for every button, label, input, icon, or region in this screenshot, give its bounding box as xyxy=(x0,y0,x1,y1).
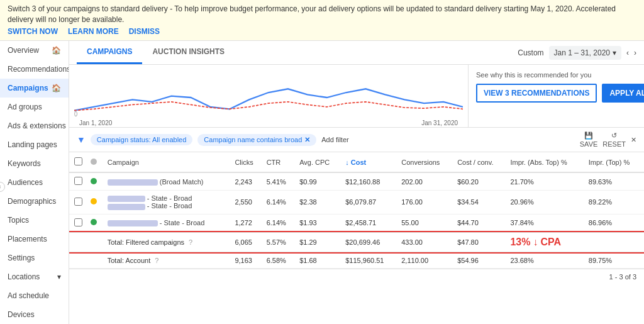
campaigns-table: Campaign Clicks CTR Avg. CPC ↓ Cost Conv… xyxy=(69,152,644,268)
cpa-badge-cell: 13% ↓ CPA xyxy=(506,232,644,252)
date-range-selector[interactable]: Jan 1 – 31, 2020 ▾ xyxy=(549,46,621,60)
dismiss-link[interactable]: DISMISS xyxy=(129,26,160,37)
sidebar-item-demographics[interactable]: Demographics xyxy=(0,192,69,211)
header-checkbox[interactable] xyxy=(69,152,87,172)
reset-label: RESET xyxy=(602,140,626,148)
sidebar: ‹ Overview 🏠 Recommendations Campaigns 🏠… xyxy=(0,41,69,324)
total-filtered-clicks: 6,065 xyxy=(231,232,262,252)
row3-conversions: 55.00 xyxy=(397,214,453,232)
row3-tag: - State - Broad xyxy=(160,219,205,226)
sidebar-item-recommendations[interactable]: Recommendations xyxy=(0,60,69,79)
sidebar-item-devices[interactable]: Devices xyxy=(0,305,69,324)
save-filter-button[interactable]: 💾 SAVE xyxy=(580,131,598,148)
sidebar-item-campaigns[interactable]: Campaigns 🏠 xyxy=(0,79,69,98)
next-date-icon[interactable]: › xyxy=(634,48,636,57)
pagination: 1 - 3 of 3 xyxy=(69,269,644,284)
campaigns-icon: 🏠 xyxy=(52,84,61,92)
header-cost[interactable]: ↓ Cost xyxy=(341,152,397,172)
header-ctr[interactable]: CTR xyxy=(263,152,296,172)
total-account-conversions: 2,110.00 xyxy=(397,252,453,269)
table-row: (Broad Match) 2,243 5.41% $0.99 $12,160.… xyxy=(69,172,644,191)
row3-clicks: 1,272 xyxy=(231,214,262,232)
total-account-cost: $115,960.51 xyxy=(341,252,397,269)
cpa-percent: 13% xyxy=(510,237,530,248)
add-filter-button[interactable]: Add filter xyxy=(321,136,348,143)
sidebar-item-ads[interactable]: Ads & extensions xyxy=(0,116,69,135)
row2-impr-top: 89.22% xyxy=(585,191,644,214)
sidebar-item-adschedule[interactable]: Ad schedule xyxy=(0,286,69,305)
campaigns-label: Campaigns xyxy=(8,84,48,92)
chip-close-icon[interactable]: ✕ xyxy=(304,136,310,144)
total-account-impr-top: 89.75% xyxy=(585,252,644,269)
header-clicks[interactable]: Clicks xyxy=(231,152,262,172)
row1-impr-abs: 21.70% xyxy=(506,172,584,191)
row3-cost-conv: $44.70 xyxy=(453,214,506,232)
close-icon: ✕ xyxy=(631,136,636,144)
status-dot-yellow xyxy=(91,198,97,204)
row1-impr-top: 89.63% xyxy=(585,172,644,191)
chip-status-label: Campaign status: All enabled xyxy=(97,136,186,143)
sidebar-item-settings[interactable]: Settings xyxy=(0,249,69,267)
close-filter-button[interactable]: ✕ xyxy=(631,136,636,144)
row2-tag2: - State - Broad xyxy=(147,202,192,209)
sidebar-item-placements[interactable]: Placements xyxy=(0,230,69,249)
total-filtered-avg-cpc: $1.29 xyxy=(296,232,341,252)
tab-auction-insights[interactable]: AUCTION INSIGHTS xyxy=(142,41,235,64)
reset-filter-button[interactable]: ↺ RESET xyxy=(602,131,626,148)
rec-title: See why this is recommended for you xyxy=(476,71,636,79)
sidebar-item-locations[interactable]: Locations ▾ xyxy=(0,267,69,286)
header-cost-conv[interactable]: Cost / conv. xyxy=(453,152,506,172)
info-icon-2: ? xyxy=(155,257,158,264)
table-header-row: Campaign Clicks CTR Avg. CPC ↓ Cost Conv… xyxy=(69,152,644,172)
total-account-avg-cpc: $1.68 xyxy=(296,252,341,269)
row2-conversions: 176.00 xyxy=(397,191,453,214)
header-impr-abs[interactable]: Impr. (Abs. Top) % xyxy=(506,152,584,172)
adschedule-label: Ad schedule xyxy=(8,291,49,300)
campaigns-table-container: Campaign Clicks CTR Avg. CPC ↓ Cost Conv… xyxy=(69,152,644,324)
learn-more-link[interactable]: LEARN MORE xyxy=(68,26,119,37)
total-filtered-status xyxy=(87,232,104,252)
prev-date-icon[interactable]: ‹ xyxy=(626,48,629,57)
row3-checkbox[interactable] xyxy=(69,214,87,232)
filter-actions: 💾 SAVE ↺ RESET ✕ xyxy=(580,131,636,148)
total-filtered-conversions: 433.00 xyxy=(397,232,453,252)
sidebar-item-adgroups[interactable]: Ad groups xyxy=(0,98,69,116)
select-all-checkbox[interactable] xyxy=(74,157,82,165)
tab-campaigns[interactable]: CAMPAIGNS xyxy=(77,41,142,64)
header-impr-top[interactable]: Impr. (Top) % xyxy=(585,152,644,172)
locations-label: Locations xyxy=(8,272,40,281)
performance-chart: 0 xyxy=(74,67,463,118)
view-recommendations-button[interactable]: VIEW 3 RECOMMENDATIONS xyxy=(476,84,597,103)
row2-checkbox[interactable] xyxy=(69,191,87,214)
filter-chip-name[interactable]: Campaign name contains broad ✕ xyxy=(197,134,316,146)
sidebar-item-overview[interactable]: Overview 🏠 xyxy=(0,41,69,60)
audiences-label: Audiences xyxy=(8,178,43,187)
apply-all-button[interactable]: APPLY ALL xyxy=(602,84,644,103)
total-account-clicks: 9,163 xyxy=(231,252,262,269)
chip-name-label: Campaign name contains broad xyxy=(204,136,302,143)
tabs-right: Custom Jan 1 – 31, 2020 ▾ ‹ › xyxy=(518,46,636,60)
devices-label: Devices xyxy=(8,310,35,319)
row3-campaign: - State - Broad xyxy=(104,214,231,232)
total-account-impr-abs: 23.68% xyxy=(506,252,584,269)
total-account-status xyxy=(87,252,104,269)
row1-tag: (Broad Match) xyxy=(160,178,204,186)
total-account-cost-conv: $54.96 xyxy=(453,252,506,269)
sidebar-item-audiences[interactable]: Audiences xyxy=(0,173,69,192)
total-filtered-cost-conv: $47.80 xyxy=(453,232,506,252)
sidebar-item-keywords[interactable]: Keywords xyxy=(0,154,69,173)
row3-avg-cpc: $1.93 xyxy=(296,214,341,232)
filter-chip-status[interactable]: Campaign status: All enabled xyxy=(91,134,192,145)
header-conversions[interactable]: Conversions xyxy=(397,152,453,172)
header-campaign[interactable]: Campaign xyxy=(104,152,231,172)
row1-checkbox[interactable] xyxy=(69,172,87,191)
chart-end-date: Jan 31, 2020 xyxy=(421,120,458,126)
sidebar-item-topics[interactable]: Topics xyxy=(0,211,69,230)
total-account-label: Total: Account ? xyxy=(104,252,231,269)
row2-avg-cpc: $2.38 xyxy=(296,191,341,214)
svg-text:0: 0 xyxy=(74,111,78,118)
sidebar-item-landing[interactable]: Landing pages xyxy=(0,135,69,154)
chart-dates: Jan 1, 2020 Jan 31, 2020 xyxy=(74,120,463,126)
header-avg-cpc[interactable]: Avg. CPC xyxy=(296,152,341,172)
switch-now-link[interactable]: SWITCH NOW xyxy=(8,26,58,37)
